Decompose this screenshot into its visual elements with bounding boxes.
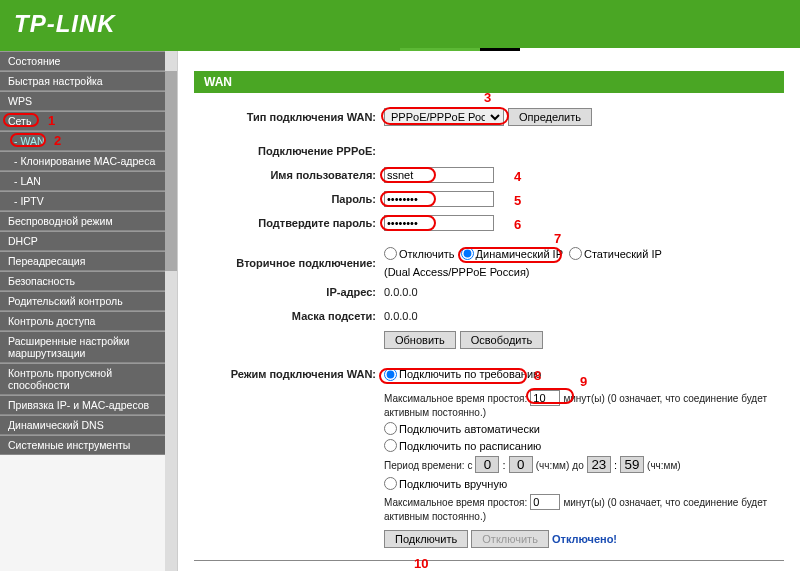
label-period: Период времени: с xyxy=(384,460,472,471)
sidebar-item-3[interactable]: Сеть1 xyxy=(0,111,177,131)
label-mask: Маска подсети: xyxy=(194,310,384,322)
radio-sec-stat-label: Статический IP xyxy=(584,248,662,260)
dual-access-hint: (Dual Access/PPPoE Россия) xyxy=(384,266,530,278)
annotation-num-7: 7 xyxy=(554,231,561,246)
label-wan-type: Тип подключения WAN: xyxy=(194,111,384,123)
radio-sec-dyn[interactable] xyxy=(461,247,474,260)
sidebar-item-14[interactable]: Расширенные настройки маршрутизации xyxy=(0,331,177,363)
annotation-circle-1 xyxy=(3,113,39,127)
confirm-input[interactable] xyxy=(384,215,494,231)
radio-mode-auto[interactable] xyxy=(384,422,397,435)
sidebar-item-2[interactable]: WPS xyxy=(0,91,177,111)
radio-mode-sched[interactable] xyxy=(384,439,397,452)
annotation-num-2: 2 xyxy=(54,133,61,148)
disconnect-button[interactable]: Отключить xyxy=(471,530,549,548)
sidebar-item-11[interactable]: Безопасность xyxy=(0,271,177,291)
annotation-num-5: 5 xyxy=(514,193,521,208)
label-mode: Режим подключения WAN: xyxy=(194,368,384,380)
label-max-idle2: Максимальное время простоя: xyxy=(384,497,527,508)
radio-mode-demand[interactable] xyxy=(384,368,397,381)
label-max-idle: Максимальное время простоя: xyxy=(384,393,527,404)
sidebar-item-0[interactable]: Состояние xyxy=(0,51,177,71)
sched-h2[interactable] xyxy=(587,456,611,473)
logo: TP-LINK xyxy=(14,10,116,38)
radio-mode-auto-label: Подключить автоматически xyxy=(399,423,540,435)
annotation-num-1: 1 xyxy=(48,113,55,128)
label-pppoe: Подключение PPPoE: xyxy=(194,145,384,157)
sidebar-item-12[interactable]: Родительский контроль xyxy=(0,291,177,311)
label-password: Пароль: xyxy=(194,193,384,205)
annotation-num-10: 10 xyxy=(414,556,428,571)
label-secondary: Вторичное подключение: xyxy=(194,257,384,269)
annotation-num-4: 4 xyxy=(514,169,521,184)
container: СостояниеБыстрая настройкаWPSСеть1- WAN2… xyxy=(0,51,800,571)
label-ip: IP-адрес: xyxy=(194,286,384,298)
sidebar-item-7[interactable]: - IPTV xyxy=(0,191,177,211)
radio-mode-manual-label: Подключить вручную xyxy=(399,478,507,490)
sidebar-item-6[interactable]: - LAN xyxy=(0,171,177,191)
label-to: до xyxy=(572,460,583,471)
hhmm1: (чч:мм) xyxy=(536,460,570,471)
connect-button[interactable]: Подключить xyxy=(384,530,468,548)
header: TP-LINK xyxy=(0,0,800,48)
annotation-num-6: 6 xyxy=(514,217,521,232)
ip-value: 0.0.0.0 xyxy=(384,286,784,298)
hhmm2: (чч:мм) xyxy=(647,460,681,471)
sidebar-item-13[interactable]: Контроль доступа xyxy=(0,311,177,331)
sched-m1[interactable] xyxy=(509,456,533,473)
password-input[interactable] xyxy=(384,191,494,207)
radio-sec-off-label: Отключить xyxy=(399,248,455,260)
page-title: WAN xyxy=(194,71,784,93)
label-username: Имя пользователя: xyxy=(194,169,384,181)
sidebar: СостояниеБыстрая настройкаWPSСеть1- WAN2… xyxy=(0,51,178,571)
radio-mode-demand-label: Подключить по требованию xyxy=(399,368,541,380)
main-panel: WAN Тип подключения WAN: PPPoE/PPPoE Рос… xyxy=(178,51,800,571)
sidebar-item-10[interactable]: Переадресация xyxy=(0,251,177,271)
sched-h1[interactable] xyxy=(475,456,499,473)
refresh-button[interactable]: Обновить xyxy=(384,331,456,349)
scrollbar-thumb[interactable] xyxy=(165,71,177,271)
username-input[interactable] xyxy=(384,167,494,183)
scrollbar[interactable] xyxy=(165,51,177,571)
sidebar-item-15[interactable]: Контроль пропускной способности xyxy=(0,363,177,395)
radio-sec-stat[interactable] xyxy=(569,247,582,260)
sidebar-item-8[interactable]: Беспроводной режим xyxy=(0,211,177,231)
sidebar-item-4[interactable]: - WAN2 xyxy=(0,131,177,151)
detect-button[interactable]: Определить xyxy=(508,108,592,126)
max-idle2-input[interactable] xyxy=(530,494,560,510)
sidebar-item-18[interactable]: Системные инструменты xyxy=(0,435,177,455)
annotation-circle-2 xyxy=(10,133,46,147)
wan-type-select[interactable]: PPPoE/PPPoE Россия xyxy=(384,108,504,126)
sidebar-item-1[interactable]: Быстрая настройка xyxy=(0,71,177,91)
max-idle-input[interactable] xyxy=(530,390,560,406)
connection-status: Отключено! xyxy=(552,533,617,545)
sched-m2[interactable] xyxy=(620,456,644,473)
radio-sec-off[interactable] xyxy=(384,247,397,260)
sidebar-item-16[interactable]: Привязка IP- и MAC-адресов xyxy=(0,395,177,415)
label-confirm: Подтвердите пароль: xyxy=(194,217,384,229)
sidebar-item-9[interactable]: DHCP xyxy=(0,231,177,251)
sidebar-item-5[interactable]: - Клонирование MAC-адреса xyxy=(0,151,177,171)
release-button[interactable]: Освободить xyxy=(460,331,543,349)
radio-sec-dyn-label: Динамический IP xyxy=(476,248,563,260)
divider xyxy=(194,560,784,561)
radio-mode-manual[interactable] xyxy=(384,477,397,490)
sidebar-item-17[interactable]: Динамический DNS xyxy=(0,415,177,435)
mask-value: 0.0.0.0 xyxy=(384,310,784,322)
radio-mode-sched-label: Подключить по расписанию xyxy=(399,440,541,452)
